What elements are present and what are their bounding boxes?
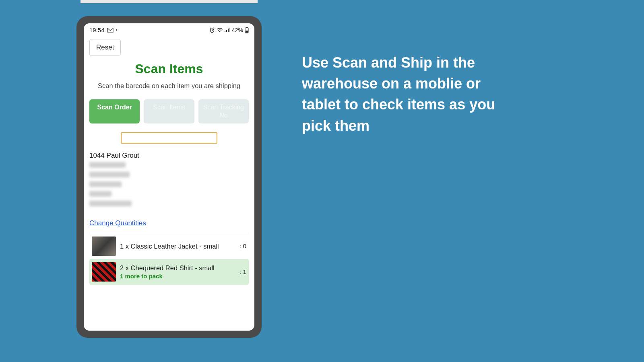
battery-icon (245, 27, 249, 33)
status-left: 19:54 • (89, 27, 117, 33)
item-thumbnail (92, 237, 116, 256)
tab-scan-items[interactable]: Scan Items (144, 99, 194, 123)
alarm-icon (209, 27, 215, 33)
battery-percent: 42% (232, 27, 243, 33)
gmail-icon (107, 28, 114, 33)
device-frame: 19:54 • 42% (76, 16, 262, 338)
device-screen: 19:54 • 42% (84, 23, 254, 331)
app-content: Reset Scan Items Scan the barcode on eac… (84, 35, 254, 331)
item-list: 1 x Classic Leather Jacket - small : 0 2… (89, 233, 249, 285)
promo-caption: Use Scan and Ship in the warehouse on a … (302, 52, 511, 136)
svg-rect-1 (225, 31, 225, 32)
tab-scan-order[interactable]: Scan Order (89, 99, 140, 123)
item-sublabel: 1 more to pack (120, 273, 235, 280)
item-count: : 0 (239, 243, 246, 250)
status-right: 42% (209, 27, 249, 33)
svg-rect-4 (229, 28, 230, 32)
scan-input[interactable] (121, 132, 217, 144)
tab-scan-tracking[interactable]: Scan Tracking No (198, 99, 249, 123)
status-time: 19:54 (89, 27, 105, 33)
page-title: Scan Items (89, 62, 249, 76)
item-count: : 1 (239, 268, 246, 276)
page-subtitle: Scan the barcode on each item you are sh… (89, 81, 249, 90)
status-bar: 19:54 • 42% (84, 23, 254, 35)
svg-rect-7 (246, 31, 248, 33)
change-quantities-link[interactable]: Change Quantities (89, 219, 146, 227)
item-thumbnail (92, 262, 116, 282)
address-block-blurred (89, 162, 249, 206)
item-label: 2 x Chequered Red Shirt - small (120, 264, 235, 272)
svg-rect-6 (246, 27, 248, 28)
list-item[interactable]: 1 x Classic Leather Jacket - small : 0 (89, 233, 249, 259)
reset-button[interactable]: Reset (89, 39, 121, 56)
item-label: 1 x Classic Leather Jacket - small (120, 243, 235, 250)
wifi-icon (217, 28, 223, 33)
tab-row: Scan Order Scan Items Scan Tracking No (89, 99, 249, 123)
signal-icon (225, 28, 230, 33)
svg-rect-2 (226, 30, 227, 32)
svg-rect-3 (228, 29, 229, 32)
list-item[interactable]: 2 x Chequered Red Shirt - small 1 more t… (89, 259, 249, 285)
item-text-block: 2 x Chequered Red Shirt - small 1 more t… (120, 264, 235, 280)
decorative-top-bar (80, 0, 258, 3)
order-customer: 1044 Paul Grout (89, 152, 249, 160)
status-dot: • (116, 28, 118, 32)
